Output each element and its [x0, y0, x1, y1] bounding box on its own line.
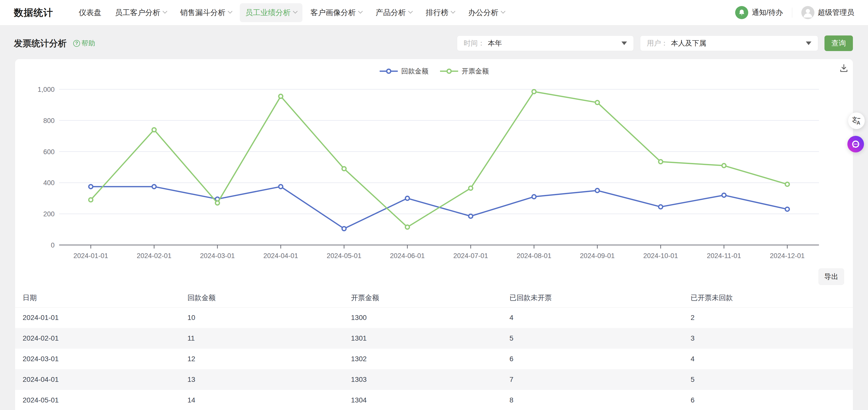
table-cell: 6 [683, 390, 853, 410]
filters: 时间： 本年 用户： 本人及下属 查询 [457, 35, 853, 51]
svg-text:2024-05-01: 2024-05-01 [327, 252, 361, 260]
notifications-button[interactable]: 通知/待办 [735, 6, 783, 19]
table-cell: 12 [180, 349, 343, 369]
chevron-down-icon [162, 9, 167, 13]
table-cell: 2024-03-01 [15, 349, 180, 369]
nav-item[interactable]: 员工客户分析 [110, 3, 172, 22]
legend-label: 回款金额 [401, 67, 429, 76]
query-button[interactable]: 查询 [825, 35, 853, 51]
user-select-label: 用户： [647, 38, 668, 48]
table-row: 2024-03-0112130264 [15, 349, 853, 369]
time-select[interactable]: 时间： 本年 [457, 35, 634, 51]
table-cell: 14 [180, 390, 343, 410]
chevron-down-icon [501, 9, 505, 13]
svg-text:2024-07-01: 2024-07-01 [453, 252, 488, 260]
avatar [801, 6, 814, 19]
caret-down-icon [806, 41, 811, 45]
table-cell: 8 [502, 390, 683, 410]
chart-legend: 回款金额开票金额 [15, 59, 853, 76]
chevron-down-icon [451, 9, 455, 13]
time-select-label: 时间： [464, 38, 485, 48]
export-row: 导出 [15, 269, 853, 285]
svg-text:2024-03-01: 2024-03-01 [200, 252, 235, 260]
top-navbar: 数据统计 仪表盘员工客户分析销售漏斗分析员工业绩分析客户画像分析产品分析排行榜办… [0, 0, 868, 25]
nav-item[interactable]: 仪表盘 [73, 3, 107, 22]
svg-text:2024-04-01: 2024-04-01 [264, 252, 298, 260]
table-row: 2024-02-0111130153 [15, 328, 853, 349]
table-cell: 4 [683, 349, 853, 369]
table-cell: 2024-05-01 [15, 390, 180, 410]
table-cell: 1302 [343, 349, 502, 369]
table-cell: 4 [502, 307, 683, 328]
user-select[interactable]: 用户： 本人及下属 [640, 35, 818, 51]
table-row: 2024-05-0114130486 [15, 390, 853, 410]
table-cell: 11 [180, 328, 343, 349]
nav-item[interactable]: 客户画像分析 [305, 3, 368, 22]
translate-button[interactable]: 文 A [848, 113, 865, 129]
table-cell: 2 [683, 307, 853, 328]
table-cell: 5 [502, 328, 683, 349]
table-header-cell: 回款金额 [180, 288, 343, 307]
svg-text:1,000: 1,000 [37, 86, 55, 93]
svg-text:400: 400 [43, 179, 55, 187]
nav-item[interactable]: 销售漏斗分析 [175, 3, 237, 22]
nav-item[interactable]: 排行榜 [420, 3, 460, 22]
nav-item[interactable]: 产品分析 [370, 3, 417, 22]
table-cell: 1300 [343, 307, 502, 328]
table-cell: 10 [180, 307, 343, 328]
bell-icon [735, 6, 748, 19]
table-cell: 7 [502, 369, 683, 390]
export-button[interactable]: 导出 [818, 269, 844, 285]
svg-text:2024-12-01: 2024-12-01 [770, 252, 805, 260]
question-circle-icon: ? [73, 40, 80, 47]
svg-text:2024-01-01: 2024-01-01 [73, 252, 108, 260]
table-cell: 3 [683, 328, 853, 349]
invoice-line-chart: 02004006008001,0002024-01-012024-02-0120… [15, 76, 853, 260]
table-cell: 1303 [343, 369, 502, 390]
table-cell: 6 [502, 349, 683, 369]
nav-item[interactable]: 员工业绩分析 [240, 3, 302, 22]
help-link[interactable]: ? 帮助 [73, 39, 95, 48]
svg-text:2024-08-01: 2024-08-01 [517, 252, 551, 260]
svg-text:0: 0 [51, 242, 55, 249]
user-name: 超级管理员 [818, 7, 854, 18]
table-header-cell: 日期 [15, 288, 180, 307]
svg-text:600: 600 [43, 148, 55, 156]
navbar-right: 通知/待办 超级管理员 [735, 6, 854, 19]
nav-item[interactable]: 办公分析 [463, 3, 510, 22]
table-header-cell: 开票金额 [343, 288, 502, 307]
download-chart-icon[interactable] [839, 63, 849, 73]
table-header-row: 日期回款金额开票金额已回款未开票已开票未回款 [15, 288, 853, 307]
svg-text:800: 800 [43, 117, 55, 125]
legend-item[interactable]: 开票金额 [439, 67, 489, 76]
invoice-table: 日期回款金额开票金额已回款未开票已开票未回款 2024-01-011013004… [15, 288, 853, 410]
legend-marker-icon [379, 68, 398, 74]
chevron-down-icon [358, 9, 363, 13]
svg-text:2024-02-01: 2024-02-01 [136, 252, 171, 260]
table-cell: 5 [683, 369, 853, 390]
legend-item[interactable]: 回款金额 [379, 67, 429, 76]
svg-text:A: A [857, 120, 860, 126]
svg-text:2024-09-01: 2024-09-01 [580, 252, 615, 260]
chevron-down-icon [228, 9, 232, 13]
svg-text:2024-11-01: 2024-11-01 [707, 252, 741, 260]
svg-text:200: 200 [43, 210, 55, 218]
legend-marker-icon [439, 68, 459, 74]
table-cell: 2024-04-01 [15, 369, 180, 390]
user-menu[interactable]: 超级管理员 [801, 6, 854, 19]
translate-icon: 文 A [851, 116, 862, 126]
user-select-value: 本人及下属 [671, 38, 706, 48]
notifications-label: 通知/待办 [752, 7, 783, 18]
chat-bubble-icon [850, 139, 861, 149]
chevron-down-icon [408, 9, 413, 13]
chat-assistant-button[interactable] [847, 136, 864, 152]
caret-down-icon [621, 41, 627, 45]
table-cell: 1301 [343, 328, 502, 349]
svg-text:2024-06-01: 2024-06-01 [390, 252, 425, 260]
table-row: 2024-04-0113130375 [15, 369, 853, 390]
table-cell: 13 [180, 369, 343, 390]
page-title: 发票统计分析 [14, 37, 67, 49]
table-row: 2024-01-0110130042 [15, 307, 853, 328]
content-card: 回款金额开票金额 02004006008001,0002024-01-01202… [15, 59, 853, 410]
app-brand: 数据统计 [14, 6, 53, 19]
